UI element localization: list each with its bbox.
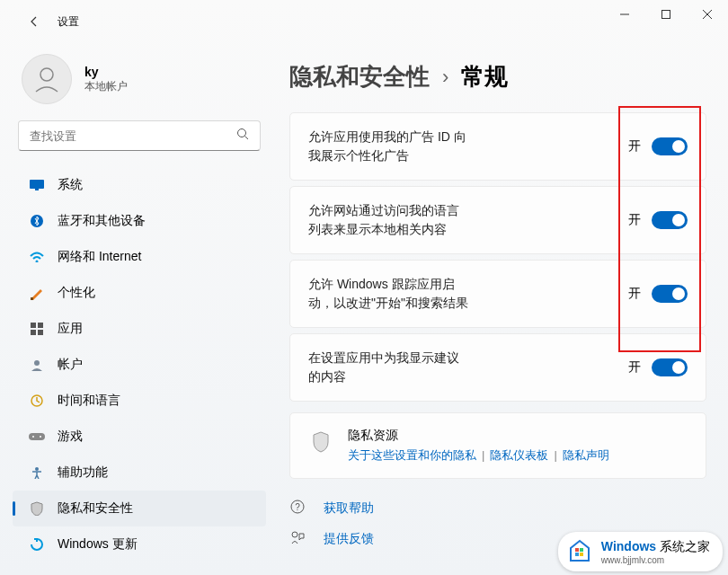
main-content: 隐私和安全性 › 常规 允许应用使用我的广告 ID 向我展示个性化广告开允许网站… — [279, 43, 728, 575]
watermark: Windows 系统之家 www.bjjmlv.com — [558, 532, 723, 571]
svg-rect-13 — [38, 323, 43, 328]
toggle-label: 在设置应用中为我显示建议的内容 — [308, 349, 468, 386]
toggle-state-text: 开 — [628, 212, 641, 228]
privacy-resources-card: 隐私资源 关于这些设置和你的隐私|隐私仪表板|隐私声明 — [289, 412, 706, 479]
svg-rect-8 — [35, 189, 39, 190]
sidebar-item-gaming[interactable]: 游戏 — [13, 419, 266, 455]
network-icon — [29, 249, 45, 265]
toggle-state-text: 开 — [628, 138, 641, 155]
sidebar-item-label: 隐私和安全性 — [58, 500, 133, 517]
privacy-resources-title: 隐私资源 — [348, 428, 609, 444]
system-icon — [29, 177, 45, 193]
svg-point-4 — [40, 68, 53, 81]
accessibility-icon — [29, 464, 45, 481]
get-help-text: 获取帮助 — [324, 500, 374, 517]
svg-point-21 — [35, 467, 39, 471]
sidebar-item-label: 帐户 — [58, 357, 83, 373]
chevron-right-icon: › — [442, 66, 448, 89]
feedback-text: 提供反馈 — [324, 531, 374, 547]
user-type: 本地帐户 — [84, 79, 128, 94]
svg-line-6 — [245, 137, 249, 140]
toggle-card-1: 允许网站通过访问我的语言列表来显示本地相关内容开 — [289, 186, 706, 254]
time-icon — [29, 393, 45, 409]
window-title: 设置 — [58, 14, 79, 30]
search-box[interactable] — [18, 120, 261, 151]
toggle-label: 允许网站通过访问我的语言列表来显示本地相关内容 — [308, 201, 468, 239]
toggle-card-3: 在设置应用中为我显示建议的内容开 — [289, 333, 706, 402]
maximize-button[interactable] — [645, 0, 687, 29]
sidebar-item-bluetooth[interactable]: 蓝牙和其他设备 — [13, 203, 266, 239]
sidebar-item-accessibility[interactable]: 辅助功能 — [13, 455, 266, 491]
sidebar-item-label: 时间和语言 — [58, 393, 120, 409]
watermark-logo-icon — [565, 537, 594, 566]
svg-rect-25 — [575, 548, 579, 552]
svg-rect-18 — [29, 433, 45, 440]
privacy-link-0[interactable]: 关于这些设置和你的隐私 — [348, 448, 476, 462]
back-button[interactable] — [16, 4, 52, 40]
get-help-link[interactable]: ? 获取帮助 — [289, 499, 706, 518]
close-button[interactable] — [687, 0, 728, 29]
search-icon — [236, 128, 249, 144]
titlebar: 设置 — [0, 0, 728, 43]
svg-rect-15 — [38, 330, 43, 335]
sidebar-item-label: Windows 更新 — [58, 536, 138, 553]
sidebar-item-label: 辅助功能 — [58, 464, 108, 481]
breadcrumb-parent[interactable]: 隐私和安全性 — [289, 61, 430, 93]
sidebar-item-privacy[interactable]: 隐私和安全性 — [13, 491, 266, 526]
apps-icon — [29, 321, 45, 337]
bluetooth-icon — [29, 213, 45, 229]
svg-text:?: ? — [295, 502, 300, 512]
toggle-state-text: 开 — [628, 286, 641, 302]
sidebar-item-label: 游戏 — [58, 429, 83, 445]
help-icon: ? — [289, 499, 311, 518]
user-name: ky — [84, 65, 128, 79]
svg-point-10 — [36, 261, 39, 263]
update-icon — [29, 536, 45, 553]
sidebar-item-accounts[interactable]: 帐户 — [13, 347, 266, 383]
breadcrumb: 隐私和安全性 › 常规 — [289, 61, 706, 93]
toggle-state-text: 开 — [628, 359, 641, 376]
toggle-switch-0[interactable] — [652, 137, 688, 155]
user-profile[interactable]: ky 本地帐户 — [13, 54, 279, 104]
sidebar-item-network[interactable]: 网络和 Internet — [13, 239, 266, 275]
sidebar-item-label: 应用 — [58, 321, 83, 337]
svg-point-5 — [238, 129, 246, 137]
sidebar-item-personalize[interactable]: 个性化 — [13, 275, 266, 311]
svg-rect-7 — [30, 180, 44, 189]
svg-point-24 — [292, 532, 297, 537]
toggle-card-2: 允许 Windows 跟踪应用启动，以改进"开始"和搜索结果开 — [289, 260, 706, 328]
sidebar-item-apps[interactable]: 应用 — [13, 311, 266, 347]
sidebar-item-time[interactable]: 时间和语言 — [13, 383, 266, 419]
svg-rect-26 — [580, 548, 583, 552]
svg-rect-27 — [575, 553, 579, 556]
toggle-label: 允许 Windows 跟踪应用启动，以改进"开始"和搜索结果 — [308, 275, 468, 313]
search-input[interactable] — [30, 129, 236, 143]
svg-point-20 — [40, 436, 41, 438]
minimize-button[interactable] — [604, 0, 645, 29]
sidebar-item-system[interactable]: 系统 — [13, 167, 266, 203]
accounts-icon — [29, 357, 45, 373]
toggle-switch-1[interactable] — [652, 211, 688, 229]
svg-point-19 — [32, 436, 34, 438]
gaming-icon — [29, 429, 45, 445]
avatar — [22, 54, 72, 104]
svg-rect-11 — [31, 297, 33, 300]
svg-rect-28 — [580, 553, 583, 556]
svg-rect-14 — [31, 330, 36, 335]
breadcrumb-current: 常规 — [461, 61, 508, 93]
svg-rect-12 — [31, 323, 36, 328]
toggle-switch-2[interactable] — [652, 285, 688, 303]
svg-rect-1 — [662, 11, 670, 19]
feedback-icon — [289, 529, 311, 549]
toggle-label: 允许应用使用我的广告 ID 向我展示个性化广告 — [308, 128, 468, 165]
privacy-link-1[interactable]: 隐私仪表板 — [490, 448, 548, 462]
sidebar-item-update[interactable]: Windows 更新 — [13, 526, 266, 562]
privacy-link-2[interactable]: 隐私声明 — [563, 448, 609, 462]
toggle-switch-3[interactable] — [652, 358, 688, 376]
sidebar-item-label: 系统 — [58, 177, 83, 193]
toggle-card-0: 允许应用使用我的广告 ID 向我展示个性化广告开 — [289, 112, 706, 181]
svg-point-16 — [34, 360, 40, 366]
sidebar-item-label: 蓝牙和其他设备 — [58, 213, 146, 229]
privacy-icon — [29, 500, 45, 517]
shield-icon — [308, 429, 333, 455]
